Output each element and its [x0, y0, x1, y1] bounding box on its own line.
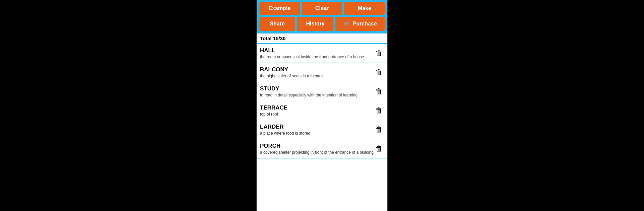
delete-item-button[interactable] — [374, 143, 384, 154]
item-word: HALL — [260, 47, 374, 54]
item-definition: the highest tier of seats in a theatre — [260, 74, 374, 78]
list-item: BALCONYthe highest tier of seats in a th… — [257, 63, 387, 82]
item-word: STUDY — [260, 85, 374, 92]
item-text-0: HALLthe room or space just inside the fr… — [260, 47, 374, 59]
clear-button[interactable]: Clear — [302, 2, 342, 15]
trash-icon — [375, 49, 383, 57]
item-word: BALCONY — [260, 66, 374, 73]
make-button[interactable]: Make — [344, 2, 385, 15]
delete-item-button[interactable] — [374, 67, 384, 78]
delete-item-button[interactable] — [374, 86, 384, 97]
item-word: TERRACE — [260, 104, 374, 111]
trash-icon — [375, 68, 383, 76]
vocab-list: HALLthe room or space just inside the fr… — [257, 44, 387, 211]
item-text-4: LARDERa place where food is stored — [260, 124, 374, 136]
list-item: HALLthe room or space just inside the fr… — [257, 44, 387, 63]
trash-icon — [375, 144, 383, 153]
trash-icon — [375, 125, 383, 134]
example-button[interactable]: Example — [259, 2, 300, 15]
purchase-label: Purchase — [353, 21, 377, 27]
delete-item-button[interactable] — [374, 105, 384, 116]
item-word: PORCH — [260, 143, 374, 149]
share-button[interactable]: Share — [259, 17, 295, 31]
item-definition: to read in detail especially with the in… — [260, 93, 374, 97]
item-text-5: PORCHa covered shelter projecting in fro… — [260, 143, 374, 155]
purchase-button[interactable]: 🛒 Purchase — [335, 17, 385, 31]
delete-item-button[interactable] — [374, 48, 384, 59]
trash-icon — [375, 106, 383, 115]
cart-icon: 🛒 — [343, 20, 351, 27]
list-item: PORCHa covered shelter projecting in fro… — [257, 139, 387, 158]
item-text-2: STUDYto read in detail especially with t… — [260, 85, 374, 97]
item-definition: top of roof — [260, 112, 374, 117]
item-definition: a place where food is stored — [260, 131, 374, 136]
list-item: TERRACEtop of roof — [257, 101, 387, 120]
toolbar-row-1: Example Clear Make — [257, 0, 387, 17]
total-label: Total 15/30 — [260, 36, 285, 41]
total-bar: Total 15/30 — [257, 33, 387, 44]
item-definition: a covered shelter projecting in front of… — [260, 150, 374, 155]
trash-icon — [375, 87, 383, 95]
app-container: Example Clear Make Share History 🛒 Purch… — [257, 0, 387, 211]
list-item: STUDYto read in detail especially with t… — [257, 82, 387, 101]
item-word: LARDER — [260, 124, 374, 130]
item-text-3: TERRACEtop of roof — [260, 104, 374, 117]
history-button[interactable]: History — [297, 17, 333, 31]
item-definition: the room or space just inside the front … — [260, 55, 374, 59]
toolbar-row-2: Share History 🛒 Purchase — [257, 17, 387, 33]
delete-item-button[interactable] — [374, 124, 384, 135]
item-text-1: BALCONYthe highest tier of seats in a th… — [260, 66, 374, 78]
list-item: LARDERa place where food is stored — [257, 120, 387, 139]
